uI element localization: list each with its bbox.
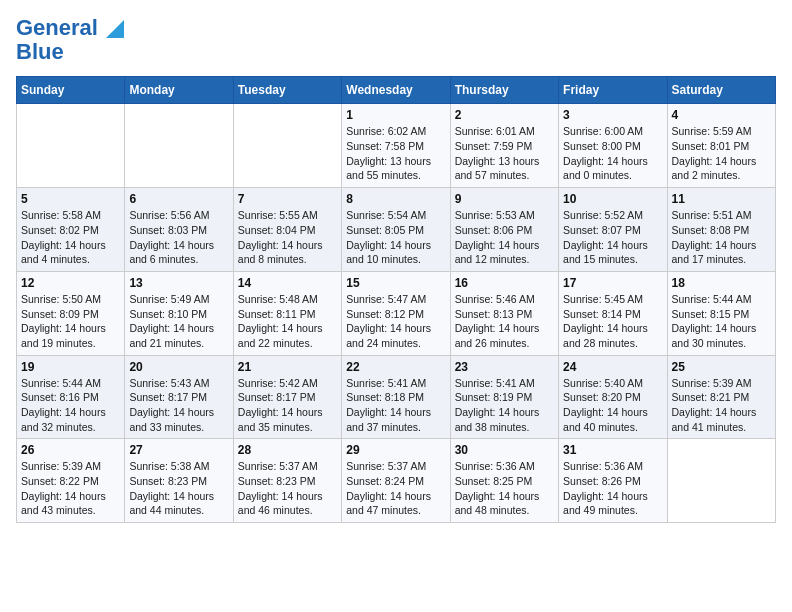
calendar-cell: 21Sunrise: 5:42 AMSunset: 8:17 PMDayligh… (233, 355, 341, 439)
sunset-info: Sunset: 8:14 PM (563, 308, 641, 320)
day-number: 10 (563, 192, 662, 206)
sunrise-info: Sunrise: 5:47 AM (346, 293, 426, 305)
sunrise-info: Sunrise: 5:42 AM (238, 377, 318, 389)
day-info: Sunrise: 5:53 AMSunset: 8:06 PMDaylight:… (455, 208, 554, 267)
calendar-cell: 26Sunrise: 5:39 AMSunset: 8:22 PMDayligh… (17, 439, 125, 523)
sunset-info: Sunset: 8:13 PM (455, 308, 533, 320)
calendar-week-row: 1Sunrise: 6:02 AMSunset: 7:58 PMDaylight… (17, 104, 776, 188)
day-number: 18 (672, 276, 771, 290)
calendar-cell: 31Sunrise: 5:36 AMSunset: 8:26 PMDayligh… (559, 439, 667, 523)
calendar-cell: 20Sunrise: 5:43 AMSunset: 8:17 PMDayligh… (125, 355, 233, 439)
weekday-header: Thursday (450, 77, 558, 104)
day-info: Sunrise: 5:36 AMSunset: 8:25 PMDaylight:… (455, 459, 554, 518)
daylight-hours: Daylight: 14 hours and 2 minutes. (672, 155, 757, 182)
sunset-info: Sunset: 8:00 PM (563, 140, 641, 152)
day-info: Sunrise: 5:48 AMSunset: 8:11 PMDaylight:… (238, 292, 337, 351)
calendar-cell (125, 104, 233, 188)
day-info: Sunrise: 5:55 AMSunset: 8:04 PMDaylight:… (238, 208, 337, 267)
calendar-cell: 9Sunrise: 5:53 AMSunset: 8:06 PMDaylight… (450, 188, 558, 272)
calendar-week-row: 26Sunrise: 5:39 AMSunset: 8:22 PMDayligh… (17, 439, 776, 523)
day-info: Sunrise: 5:41 AMSunset: 8:18 PMDaylight:… (346, 376, 445, 435)
daylight-hours: Daylight: 14 hours and 43 minutes. (21, 490, 106, 517)
daylight-hours: Daylight: 14 hours and 35 minutes. (238, 406, 323, 433)
calendar-cell: 2Sunrise: 6:01 AMSunset: 7:59 PMDaylight… (450, 104, 558, 188)
sunrise-info: Sunrise: 5:50 AM (21, 293, 101, 305)
calendar-cell (233, 104, 341, 188)
logo-triangle-icon (106, 20, 124, 38)
calendar-cell: 29Sunrise: 5:37 AMSunset: 8:24 PMDayligh… (342, 439, 450, 523)
daylight-hours: Daylight: 14 hours and 33 minutes. (129, 406, 214, 433)
day-number: 14 (238, 276, 337, 290)
sunset-info: Sunset: 8:25 PM (455, 475, 533, 487)
calendar-cell: 17Sunrise: 5:45 AMSunset: 8:14 PMDayligh… (559, 271, 667, 355)
day-number: 26 (21, 443, 120, 457)
daylight-hours: Daylight: 14 hours and 47 minutes. (346, 490, 431, 517)
calendar-cell: 8Sunrise: 5:54 AMSunset: 8:05 PMDaylight… (342, 188, 450, 272)
daylight-hours: Daylight: 14 hours and 49 minutes. (563, 490, 648, 517)
sunrise-info: Sunrise: 6:02 AM (346, 125, 426, 137)
sunrise-info: Sunrise: 5:44 AM (21, 377, 101, 389)
day-number: 4 (672, 108, 771, 122)
calendar-cell: 1Sunrise: 6:02 AMSunset: 7:58 PMDaylight… (342, 104, 450, 188)
daylight-hours: Daylight: 14 hours and 4 minutes. (21, 239, 106, 266)
daylight-hours: Daylight: 14 hours and 22 minutes. (238, 322, 323, 349)
daylight-hours: Daylight: 14 hours and 8 minutes. (238, 239, 323, 266)
day-info: Sunrise: 5:56 AMSunset: 8:03 PMDaylight:… (129, 208, 228, 267)
sunrise-info: Sunrise: 5:51 AM (672, 209, 752, 221)
daylight-hours: Daylight: 14 hours and 15 minutes. (563, 239, 648, 266)
sunrise-info: Sunrise: 5:37 AM (346, 460, 426, 472)
sunrise-info: Sunrise: 5:53 AM (455, 209, 535, 221)
calendar-cell: 19Sunrise: 5:44 AMSunset: 8:16 PMDayligh… (17, 355, 125, 439)
day-info: Sunrise: 5:51 AMSunset: 8:08 PMDaylight:… (672, 208, 771, 267)
sunset-info: Sunset: 8:01 PM (672, 140, 750, 152)
day-info: Sunrise: 5:42 AMSunset: 8:17 PMDaylight:… (238, 376, 337, 435)
daylight-hours: Daylight: 13 hours and 57 minutes. (455, 155, 540, 182)
daylight-hours: Daylight: 14 hours and 30 minutes. (672, 322, 757, 349)
calendar-cell: 18Sunrise: 5:44 AMSunset: 8:15 PMDayligh… (667, 271, 775, 355)
sunset-info: Sunset: 8:06 PM (455, 224, 533, 236)
daylight-hours: Daylight: 14 hours and 28 minutes. (563, 322, 648, 349)
weekday-header: Saturday (667, 77, 775, 104)
day-number: 13 (129, 276, 228, 290)
sunrise-info: Sunrise: 5:36 AM (455, 460, 535, 472)
sunrise-info: Sunrise: 5:37 AM (238, 460, 318, 472)
calendar-cell: 14Sunrise: 5:48 AMSunset: 8:11 PMDayligh… (233, 271, 341, 355)
day-info: Sunrise: 5:54 AMSunset: 8:05 PMDaylight:… (346, 208, 445, 267)
sunrise-info: Sunrise: 5:41 AM (455, 377, 535, 389)
day-info: Sunrise: 5:47 AMSunset: 8:12 PMDaylight:… (346, 292, 445, 351)
daylight-hours: Daylight: 14 hours and 26 minutes. (455, 322, 540, 349)
day-number: 19 (21, 360, 120, 374)
logo: General Blue (16, 16, 124, 64)
sunset-info: Sunset: 7:58 PM (346, 140, 424, 152)
calendar-cell: 6Sunrise: 5:56 AMSunset: 8:03 PMDaylight… (125, 188, 233, 272)
sunrise-info: Sunrise: 5:38 AM (129, 460, 209, 472)
sunset-info: Sunset: 8:26 PM (563, 475, 641, 487)
day-number: 12 (21, 276, 120, 290)
sunrise-info: Sunrise: 5:46 AM (455, 293, 535, 305)
calendar-cell: 5Sunrise: 5:58 AMSunset: 8:02 PMDaylight… (17, 188, 125, 272)
weekday-header: Monday (125, 77, 233, 104)
daylight-hours: Daylight: 14 hours and 19 minutes. (21, 322, 106, 349)
sunrise-info: Sunrise: 5:39 AM (21, 460, 101, 472)
daylight-hours: Daylight: 13 hours and 55 minutes. (346, 155, 431, 182)
calendar-cell: 22Sunrise: 5:41 AMSunset: 8:18 PMDayligh… (342, 355, 450, 439)
day-number: 25 (672, 360, 771, 374)
page-header: General Blue (16, 16, 776, 64)
sunset-info: Sunset: 8:17 PM (129, 391, 207, 403)
sunset-info: Sunset: 8:05 PM (346, 224, 424, 236)
calendar-cell: 23Sunrise: 5:41 AMSunset: 8:19 PMDayligh… (450, 355, 558, 439)
sunset-info: Sunset: 7:59 PM (455, 140, 533, 152)
sunset-info: Sunset: 8:23 PM (129, 475, 207, 487)
day-number: 17 (563, 276, 662, 290)
day-number: 16 (455, 276, 554, 290)
day-number: 9 (455, 192, 554, 206)
day-number: 7 (238, 192, 337, 206)
day-info: Sunrise: 5:45 AMSunset: 8:14 PMDaylight:… (563, 292, 662, 351)
day-info: Sunrise: 5:43 AMSunset: 8:17 PMDaylight:… (129, 376, 228, 435)
calendar-cell: 27Sunrise: 5:38 AMSunset: 8:23 PMDayligh… (125, 439, 233, 523)
daylight-hours: Daylight: 14 hours and 10 minutes. (346, 239, 431, 266)
sunset-info: Sunset: 8:24 PM (346, 475, 424, 487)
day-number: 8 (346, 192, 445, 206)
sunset-info: Sunset: 8:16 PM (21, 391, 99, 403)
calendar-table: SundayMondayTuesdayWednesdayThursdayFrid… (16, 76, 776, 523)
